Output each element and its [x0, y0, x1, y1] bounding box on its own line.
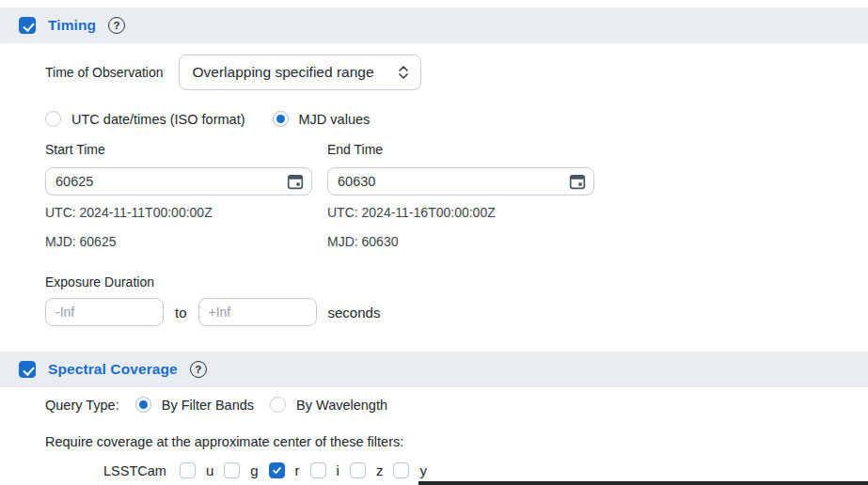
exposure-duration-label: Exposure Duration [45, 274, 154, 289]
end-calendar-icon[interactable] [569, 173, 586, 190]
end-time-column: End Time UTC: 2024-11-16T00:00:00Z MJD: … [327, 127, 594, 249]
band-label-r: r [295, 462, 300, 478]
radio-mjd-circle[interactable] [273, 111, 289, 127]
radio-utc-label: UTC date/times (ISO format) [71, 112, 245, 127]
end-mjd-readout: MJD: 60630 [327, 234, 594, 249]
radio-filter-bands-label: By Filter Bands [162, 398, 254, 413]
end-utc-readout: UTC: 2024-11-16T00:00:00Z [327, 205, 594, 220]
filter-band-z[interactable]: z [350, 462, 384, 478]
timing-help-icon[interactable]: ? [108, 17, 125, 34]
filter-band-g[interactable]: g [224, 462, 258, 478]
end-time-input[interactable] [338, 174, 569, 189]
band-label-u: u [206, 462, 213, 478]
band-checkbox-r[interactable] [269, 462, 285, 478]
filter-band-i[interactable]: i [310, 462, 339, 478]
start-mjd-readout: MJD: 60625 [45, 234, 312, 249]
radio-filter-bands-circle[interactable] [135, 397, 151, 413]
radio-wavelength-label: By Wavelength [296, 398, 387, 413]
end-time-field [327, 167, 594, 196]
exposure-unit-label: seconds [328, 305, 381, 321]
band-label-i: i [337, 462, 339, 478]
spectral-section-header: Spectral Coverage ? [0, 352, 868, 387]
start-utc-readout: UTC: 2024-11-11T00:00:00Z [45, 205, 312, 220]
start-time-column: Start Time UTC: 2024-11-11T00:00:00Z MJD… [45, 127, 312, 249]
spectral-section-checkbox[interactable] [19, 361, 36, 378]
band-label-y: y [419, 462, 427, 478]
band-label-g: g [250, 462, 258, 478]
time-of-observation-label: Time of Observation [45, 65, 164, 80]
filter-band-group: ugrizy [180, 462, 437, 478]
radio-by-wavelength[interactable]: By Wavelength [270, 397, 387, 413]
filter-band-y[interactable]: y [393, 462, 427, 478]
exposure-max-input[interactable] [198, 298, 317, 326]
spectral-help-icon[interactable]: ? [190, 361, 207, 378]
band-label-z: z [376, 462, 384, 478]
start-calendar-icon[interactable] [287, 173, 304, 190]
band-checkbox-z[interactable] [350, 462, 366, 478]
timing-section-checkbox[interactable] [19, 17, 36, 34]
radio-utc-format[interactable]: UTC date/times (ISO format) [45, 111, 245, 127]
start-time-label: Start Time [45, 142, 105, 157]
start-time-field [45, 167, 312, 196]
filter-band-r[interactable]: r [269, 462, 300, 478]
select-chevrons-icon [398, 65, 409, 80]
radio-mjd-format[interactable]: MJD values [273, 111, 371, 127]
query-type-label: Query Type: [45, 398, 119, 413]
radio-utc-circle[interactable] [45, 111, 61, 127]
search-form: Timing ? Time of Observation Overlapping… [0, 0, 868, 485]
band-checkbox-u[interactable] [180, 462, 196, 478]
time-of-observation-select[interactable]: Overlapping specified range [179, 55, 421, 90]
exposure-min-input[interactable] [45, 298, 164, 326]
band-checkbox-y[interactable] [393, 462, 409, 478]
camera-label: LSSTCam [103, 463, 166, 478]
radio-wavelength-circle[interactable] [270, 397, 286, 413]
timing-section-title: Timing [48, 17, 96, 34]
bottom-dark-strip [418, 481, 868, 485]
time-of-observation-value: Overlapping specified range [193, 64, 374, 81]
start-time-input[interactable] [55, 174, 287, 189]
timing-section-header: Timing ? [0, 8, 868, 43]
spectral-section-title: Spectral Coverage [48, 361, 178, 378]
filter-band-u[interactable]: u [180, 462, 213, 478]
exposure-joiner-label: to [175, 305, 187, 321]
radio-mjd-label: MJD values [299, 112, 371, 127]
radio-by-filter-bands[interactable]: By Filter Bands [135, 397, 254, 413]
filter-instruction: Require coverage at the approximate cent… [45, 434, 403, 449]
end-time-label: End Time [327, 142, 383, 157]
band-checkbox-i[interactable] [310, 462, 326, 478]
band-checkbox-g[interactable] [224, 462, 240, 478]
